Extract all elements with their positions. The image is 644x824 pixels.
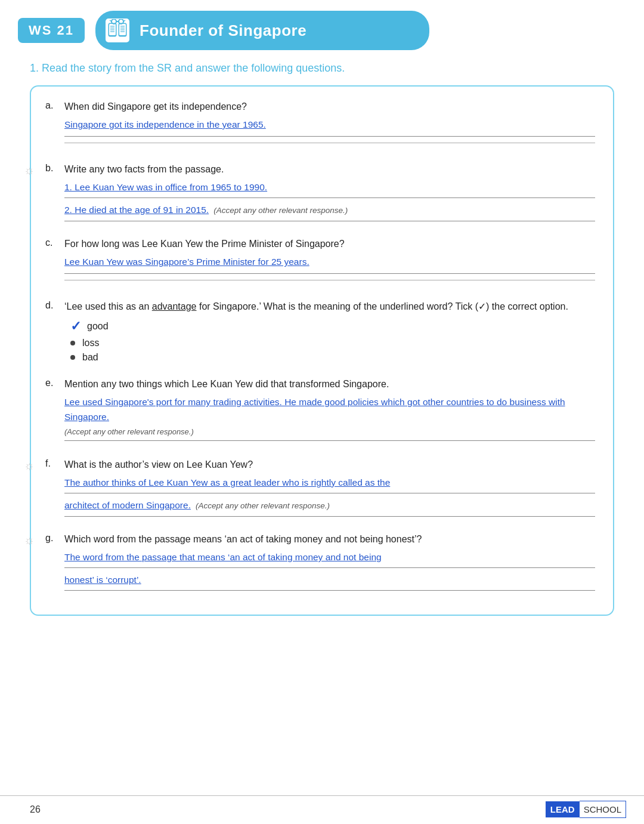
question-f: ☼ f. What is the author’s view on Lee Ku… bbox=[45, 458, 595, 522]
sun-icon-g: ☼ bbox=[24, 533, 35, 547]
section-instruction: 1. Read the story from the SR and answer… bbox=[30, 62, 614, 75]
question-e: e. Mention any two things which Lee Kuan… bbox=[45, 377, 595, 447]
question-c: c. For how long was Lee Kuan Yew the Pri… bbox=[45, 237, 595, 289]
q-label-c: c. bbox=[45, 237, 64, 248]
question-a: a. When did Singapore get its independen… bbox=[45, 100, 595, 152]
sun-icon-b: ☼ bbox=[24, 163, 35, 177]
option-bad: bad bbox=[70, 352, 595, 363]
divider-c bbox=[64, 280, 595, 280]
q-content-e: Mention any two things which Lee Kuan Ye… bbox=[64, 377, 595, 447]
page-footer: 26 LEAD SCHOOL bbox=[0, 795, 644, 824]
q-text-d-underline: advantage bbox=[152, 301, 197, 311]
q-text-d-part1: ‘Lee used this as an bbox=[64, 301, 152, 311]
page-number: 26 bbox=[30, 804, 41, 815]
ws-badge: WS 21 bbox=[18, 18, 85, 43]
bullet-dot-loss bbox=[70, 341, 75, 345]
q-text-d-part2: for Singapore.’ What is the meaning of t… bbox=[197, 301, 568, 311]
q-content-c: For how long was Lee Kuan Yew the Prime … bbox=[64, 237, 595, 289]
answer-line-g1 bbox=[64, 567, 595, 568]
option-good: ✓ good bbox=[70, 319, 595, 334]
option-good-label: good bbox=[87, 321, 109, 332]
q-answer-g1: The word from the passage that means ‘an… bbox=[64, 550, 595, 565]
q-text-e: Mention any two things which Lee Kuan Ye… bbox=[64, 377, 595, 391]
q-content-a: When did Singapore get its independence?… bbox=[64, 100, 595, 152]
q-label-f: f. bbox=[45, 458, 64, 469]
q-label-a: a. bbox=[45, 100, 64, 111]
option-loss-label: loss bbox=[82, 338, 99, 348]
q-answer-e: Lee used Singapore's port for many tradi… bbox=[64, 395, 595, 425]
q-answer-a: Singapore got its independence in the ye… bbox=[64, 118, 595, 132]
q-label-g: g. bbox=[45, 532, 64, 544]
accept-note-f: (Accept any other relevant response.) bbox=[196, 501, 330, 510]
q-text-d: ‘Lee used this as an advantage for Singa… bbox=[64, 300, 595, 314]
question-g: ☼ g. Which word from the passage means ‘… bbox=[45, 532, 595, 595]
q-answer-b2: 2. He died at the age of 91 in 2015. bbox=[64, 203, 209, 218]
question-b: ☼ b. Write any two facts from the passag… bbox=[45, 162, 595, 227]
sun-icon-f: ☼ bbox=[24, 459, 35, 473]
answer-line-g2 bbox=[64, 590, 595, 591]
accept-note-e: (Accept any other relevant response.) bbox=[64, 427, 194, 436]
q-content-g: Which word from the passage means ‘an ac… bbox=[64, 532, 595, 595]
q-text-b: Write any two facts from the passage. bbox=[64, 162, 595, 177]
q-answer-f1: The author thinks of Lee Kuan Yew as a g… bbox=[64, 476, 595, 490]
lead-label: LEAD bbox=[546, 801, 580, 817]
answer-line-f2 bbox=[64, 516, 595, 517]
main-content: 1. Read the story from the SR and answer… bbox=[0, 56, 644, 634]
bullet-dot-bad bbox=[70, 355, 75, 360]
answer-line-e bbox=[64, 440, 595, 441]
q-answer-b1: 1. Lee Kuan Yew was in office from 1965 … bbox=[64, 180, 595, 195]
school-label: SCHOOL bbox=[580, 801, 626, 818]
q-label-e: e. bbox=[45, 377, 64, 388]
q-label-b: b. bbox=[45, 162, 64, 174]
page-title: Founder of Singapore bbox=[140, 21, 306, 40]
answer-line-f1 bbox=[64, 493, 595, 493]
q-text-f: What is the author’s view on Lee Kuan Ye… bbox=[64, 458, 595, 472]
q-text-g: Which word from the passage means ‘an ac… bbox=[64, 532, 595, 547]
option-loss: loss bbox=[70, 338, 595, 348]
rc-icon bbox=[104, 17, 131, 44]
q-text-c: For how long was Lee Kuan Yew the Prime … bbox=[64, 237, 595, 251]
q-label-d: d. bbox=[45, 300, 64, 311]
q-content-b: Write any two facts from the passage. 1.… bbox=[64, 162, 595, 227]
answer-line-b2 bbox=[64, 221, 595, 221]
option-bad-label: bad bbox=[82, 352, 98, 363]
q-content-d: ‘Lee used this as an advantage for Singa… bbox=[64, 300, 595, 366]
page-header: WS 21 bbox=[0, 0, 644, 56]
lead-school-badge: LEAD SCHOOL bbox=[546, 801, 626, 818]
q-answer-g2: honest’ is ‘corrupt’. bbox=[64, 573, 595, 588]
answer-line-a bbox=[64, 136, 595, 137]
options-list: ✓ good loss bad bbox=[70, 319, 595, 363]
q-answer-f2: architect of modern Singapore. bbox=[64, 498, 191, 513]
title-pill: Founder of Singapore bbox=[95, 11, 429, 50]
question-box: a. When did Singapore get its independen… bbox=[30, 85, 614, 616]
question-d: d. ‘Lee used this as an advantage for Si… bbox=[45, 300, 595, 366]
q-content-f: What is the author’s view on Lee Kuan Ye… bbox=[64, 458, 595, 522]
answer-line-b1 bbox=[64, 197, 595, 198]
divider-a bbox=[64, 143, 595, 143]
accept-note-b: (Accept any other relevant response.) bbox=[213, 206, 348, 215]
q-text-a: When did Singapore get its independence? bbox=[64, 100, 595, 114]
q-answer-c: Lee Kuan Yew was Singapore’s Prime Minis… bbox=[64, 255, 595, 270]
tick-icon: ✓ bbox=[70, 319, 81, 334]
answer-line-c bbox=[64, 273, 595, 274]
